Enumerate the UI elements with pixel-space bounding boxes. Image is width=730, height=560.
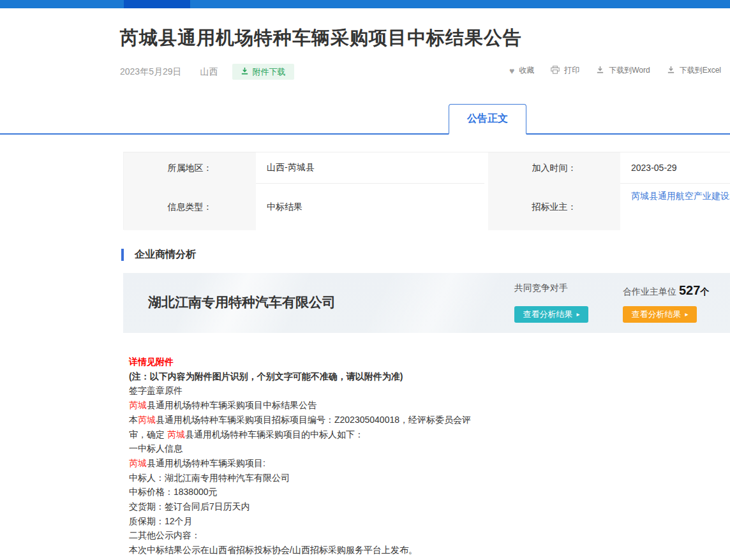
body-segment: 中标人：湖北江南专用特种汽车有限公司 bbox=[129, 473, 290, 483]
body-segment: 签字盖章原件 bbox=[129, 385, 182, 395]
body-segment: 交货期：签订合同后7日历天内 bbox=[129, 501, 250, 512]
body-line: 芮城县通用机场特种车辆采购项目: bbox=[129, 456, 588, 471]
body-segment: (注：以下内容为附件图片识别，个别文字可能不准确，请以附件为准) bbox=[129, 371, 403, 381]
favorite-button[interactable]: ♥ 收藏 bbox=[509, 65, 534, 76]
body-line: 详情见附件 bbox=[129, 355, 588, 369]
download-excel-label: 下载到Excel bbox=[680, 65, 721, 76]
body-segment: 中标价格：1838000元 bbox=[129, 487, 218, 497]
info-value-region: 山西-芮城县 bbox=[256, 152, 484, 184]
highlighted-keyword: 芮城 bbox=[129, 458, 147, 468]
highlighted-keyword: 芮城 bbox=[138, 415, 156, 425]
partners-label-text: 合作业主单位 bbox=[623, 286, 676, 297]
favorite-label: 收藏 bbox=[519, 65, 534, 76]
body-segment: 县通用机场特种车辆采购项目: bbox=[147, 458, 265, 468]
body-line: 中标价格：1838000元 bbox=[129, 485, 588, 499]
tab-announcement-body[interactable]: 公告正文 bbox=[449, 104, 526, 135]
arrow-right-icon: ▸ bbox=[685, 311, 688, 318]
view-competitors-label: 查看分析结果 bbox=[523, 309, 572, 320]
region-label: 山西 bbox=[200, 66, 218, 78]
highlighted-keyword: 芮城 bbox=[167, 429, 185, 439]
body-line: 二其他公示内容： bbox=[129, 528, 588, 543]
body-line: 中标人：湖北江南专用特种汽车有限公司 bbox=[129, 471, 588, 485]
meta-row: 2023年5月29日 山西 附件下载 bbox=[120, 64, 294, 80]
view-partners-label: 查看分析结果 bbox=[631, 309, 681, 320]
info-value-type: 中标结果 bbox=[256, 184, 484, 230]
section-header: 企业商情分析 bbox=[121, 248, 196, 262]
highlighted-keyword: 芮城 bbox=[129, 400, 147, 410]
download-icon bbox=[667, 66, 675, 76]
section-accent-bar bbox=[121, 249, 124, 261]
company-analysis-card: 湖北江南专用特种汽车有限公司 共同竞争对手 合作业主单位527个 查看分析结果 … bbox=[123, 273, 730, 333]
tab-underline bbox=[0, 133, 730, 135]
info-label-type: 信息类型： bbox=[124, 184, 256, 230]
body-line: 交货期：签订合同后7日历天内 bbox=[129, 499, 588, 514]
info-value-owner-cell: 芮城县通用航空产业建设发 bbox=[620, 184, 730, 230]
print-label: 打印 bbox=[564, 65, 579, 76]
info-label-region: 所属地区： bbox=[124, 152, 256, 184]
top-nav-active-segment bbox=[124, 0, 190, 8]
body-segment: 县通用机场特种车辆采购项目中标结果公告 bbox=[147, 400, 317, 410]
tender-owner-link[interactable]: 芮城县通用航空产业建设发 bbox=[631, 191, 730, 202]
attachment-download-button[interactable]: 附件下载 bbox=[232, 64, 294, 80]
page: 芮城县通用机场特种车辆采购项目中标结果公告 2023年5月29日 山西 附件下载… bbox=[0, 0, 730, 560]
company-name: 湖北江南专用特种汽车有限公司 bbox=[148, 293, 336, 311]
body-text: 详情见附件(注：以下内容为附件图片识别，个别文字可能不准确，请以附件为准)签字盖… bbox=[129, 355, 588, 557]
body-segment: 二其他公示内容： bbox=[129, 530, 200, 540]
info-table: 所属地区： 山西-芮城县 加入时间： 2023-05-29 信息类型： 中标结果… bbox=[123, 152, 730, 230]
body-line: (注：以下内容为附件图片识别，个别文字可能不准确，请以附件为准) bbox=[129, 369, 588, 384]
print-button[interactable]: 打印 bbox=[551, 65, 579, 76]
publish-date: 2023年5月29日 bbox=[120, 66, 182, 78]
download-word-button[interactable]: 下载到Word bbox=[596, 65, 650, 76]
body-segment: 县通用机场特种车辆采购项目的中标人如下： bbox=[185, 429, 364, 439]
info-label-add-time: 加入时间： bbox=[488, 152, 620, 184]
download-excel-button[interactable]: 下载到Excel bbox=[667, 65, 721, 76]
body-segment: 详情见附件 bbox=[129, 357, 174, 367]
arrow-right-icon: ▸ bbox=[576, 311, 579, 318]
header-actions: ♥ 收藏 打印 下载到Word 下载到Excel bbox=[509, 65, 721, 76]
download-icon bbox=[241, 67, 249, 77]
info-value-add-time: 2023-05-29 bbox=[620, 152, 730, 184]
body-line: 本次中标结果公示在山西省招标投标协会/山西招标采购服务平台上发布。 bbox=[129, 543, 588, 557]
body-line: 芮城县通用机场特种车辆采购项目中标结果公告 bbox=[129, 398, 588, 413]
partners-count-unit: 个 bbox=[700, 286, 709, 297]
download-word-label: 下载到Word bbox=[609, 65, 650, 76]
competitors-label: 共同竞争对手 bbox=[514, 283, 568, 294]
view-partners-analysis-button[interactable]: 查看分析结果 ▸ bbox=[623, 306, 697, 323]
body-segment: 审，确定 bbox=[129, 429, 167, 439]
top-nav-bar bbox=[0, 0, 730, 8]
body-segment: 一中标人信息 bbox=[129, 443, 182, 453]
printer-icon bbox=[551, 66, 560, 76]
body-line: 签字盖章原件 bbox=[129, 383, 588, 398]
body-line: 审，确定 芮城县通用机场特种车辆采购项目的中标人如下： bbox=[129, 427, 588, 442]
body-segment: 质保期：12个月 bbox=[129, 516, 193, 526]
body-segment: 本次中标结果公示在山西省招标投标协会/山西招标采购服务平台上发布。 bbox=[129, 545, 417, 555]
partners-count: 527 bbox=[679, 283, 700, 297]
attachment-download-label: 附件下载 bbox=[253, 66, 286, 78]
page-title: 芮城县通用机场特种车辆采购项目中标结果公告 bbox=[120, 26, 522, 51]
info-label-owner: 招标业主： bbox=[488, 184, 620, 230]
partners-label: 合作业主单位527个 bbox=[623, 283, 709, 298]
section-title: 企业商情分析 bbox=[135, 248, 196, 262]
view-competitors-analysis-button[interactable]: 查看分析结果 ▸ bbox=[514, 306, 588, 323]
body-segment: 县通用机场特种车辆采购项目招标项目编号：Z202305040018，经评标委员会… bbox=[156, 415, 471, 425]
body-line: 质保期：12个月 bbox=[129, 514, 588, 529]
download-icon bbox=[596, 66, 604, 76]
body-line: 本芮城县通用机场特种车辆采购项目招标项目编号：Z202305040018，经评标… bbox=[129, 413, 588, 427]
body-line: 一中标人信息 bbox=[129, 441, 588, 456]
heart-icon: ♥ bbox=[509, 66, 514, 75]
body-segment: 本 bbox=[129, 415, 138, 425]
